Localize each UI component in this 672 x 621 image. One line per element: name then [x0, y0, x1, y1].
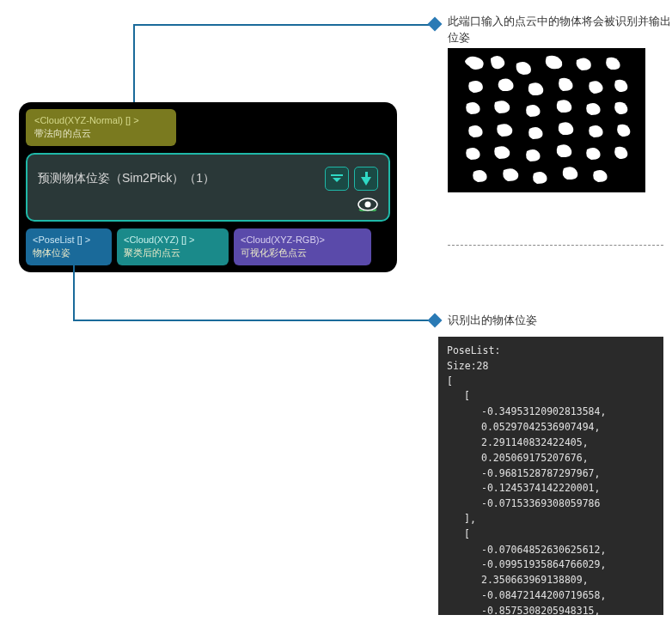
connector-top-horizontal [133, 24, 434, 26]
pose-value: 0.05297042536907494, [447, 420, 655, 435]
output-port-cloud-rgb[interactable]: <Cloud(XYZ-RGB)> 可视化彩色点云 [234, 228, 371, 265]
node-block[interactable]: <Cloud(XYZ-Normal) [] > 带法向的点云 预测物体位姿（Si… [19, 102, 397, 272]
point-cloud-preview [448, 48, 645, 192]
pose-value: -0.8575308205948315, [447, 604, 655, 615]
annotation-marker-icon [428, 17, 443, 32]
expand-button[interactable] [325, 167, 349, 191]
output-port-cloud-xyz[interactable]: <Cloud(XYZ) [] > 聚类后的点云 [117, 228, 229, 265]
pose-value: -0.08472144200719658, [447, 588, 655, 604]
connector-bottom-horizontal [73, 320, 434, 321]
visibility-icon[interactable] [357, 198, 378, 211]
poselist-size: Size:28 [447, 359, 655, 374]
bracket-nested-close: ], [447, 512, 655, 527]
input-port-cloud-normal[interactable]: <Cloud(XYZ-Normal) [] > 带法向的点云 [26, 109, 176, 146]
output-port-label: 物体位姿 [33, 247, 105, 259]
poselist-panel: PoseList: Size:28 [ [ -0.349531209028135… [438, 337, 663, 615]
bracket-nested-open: [ [447, 389, 655, 405]
annotation-marker-icon [428, 314, 443, 328]
output-port-poselist[interactable]: <PoseList [] > 物体位姿 [26, 228, 112, 265]
output-port-type: <PoseList [] > [33, 234, 105, 247]
expand-icon [331, 174, 343, 182]
pose-value: -0.07153369308059786 [447, 496, 655, 512]
output-port-type: <Cloud(XYZ-RGB)> [241, 234, 364, 247]
annotation-top-text: 此端口输入的点云中的物体将会被识别并输出位姿 [448, 14, 671, 46]
pose-value: -0.9681528787297967, [447, 466, 655, 482]
svg-point-2 [365, 201, 371, 207]
connector-top-vertical [133, 24, 135, 102]
download-button[interactable] [354, 167, 378, 191]
output-port-label: 聚类后的点云 [124, 247, 222, 259]
separator-dashed [448, 245, 663, 246]
pose-value: -0.09951935864766029, [447, 557, 655, 573]
bracket-open: [ [447, 374, 655, 390]
pose-value: 2.291140832422405, [447, 435, 655, 451]
pose-value: 2.350663969138809, [447, 573, 655, 588]
annotation-bottom-text: 识别出的物体位姿 [448, 313, 537, 329]
output-port-type: <Cloud(XYZ) [] > [124, 234, 222, 247]
input-port-label: 带法向的点云 [34, 127, 168, 140]
pose-value: -0.07064852630625612, [447, 543, 655, 558]
pose-value: -0.1245374142220001, [447, 481, 655, 496]
pose-value: 0.205069175207676, [447, 451, 655, 466]
output-port-label: 可视化彩色点云 [241, 247, 364, 259]
input-port-type: <Cloud(XYZ-Normal) [] > [34, 114, 168, 127]
poselist-header: PoseList: [447, 344, 655, 359]
bracket-nested-open: [ [447, 527, 655, 543]
pose-value: -0.34953120902813584, [447, 405, 655, 420]
node-title: 预测物体位姿（Sim2Pick）（1） [38, 171, 215, 186]
node-body: 预测物体位姿（Sim2Pick）（1） [26, 153, 390, 222]
connector-bottom-vertical [73, 264, 75, 321]
download-icon [361, 172, 371, 186]
